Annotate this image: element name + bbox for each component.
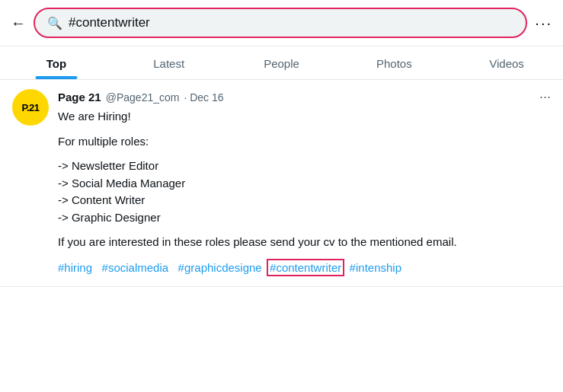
role-3: -> Content Writer [58,193,145,206]
tweet-roles: -> Newsletter Editor -> Social Media Man… [58,158,551,226]
tabs-bar: Top Latest People Photos Videos [0,46,563,80]
tab-latest[interactable]: Latest [113,46,226,79]
tweet-line1: We are Hiring! [58,108,551,126]
header: ← 🔍 ··· [0,0,563,46]
tweet-closing: If you are interested in these roles ple… [58,234,551,251]
tweet-item: P.21 Page 21 @Page21_com · Dec 16 ··· We… [0,80,563,287]
tweet-meta: Page 21 @Page21_com · Dec 16 ··· We are … [58,89,551,277]
role-2: -> Social Media Manager [58,177,185,190]
tab-top[interactable]: Top [0,46,113,79]
tweet-date: · Dec 16 [184,91,223,104]
hashtag-graphicdesigner[interactable]: #graphicdesigne [178,261,262,274]
author-handle: @Page21_com [106,91,180,104]
more-options-button[interactable]: ··· [535,14,552,32]
tab-videos[interactable]: Videos [450,46,563,79]
hashtag-hiring[interactable]: #hiring [58,261,92,274]
avatar: P.21 [12,89,49,126]
search-bar: 🔍 [34,8,527,38]
tab-photos[interactable]: Photos [337,46,450,79]
hashtag-socialmedia[interactable]: #socialmedia [102,261,169,274]
back-button[interactable]: ← [11,14,26,32]
role-4: -> Graphic Designer [58,211,161,224]
tweet-body: We are Hiring! For multiple roles: -> Ne… [58,108,551,277]
hashtag-contentwriter[interactable]: #contentwriter [268,260,343,275]
tweet-author-row: Page 21 @Page21_com · Dec 16 ··· [58,89,551,105]
hashtag-intenship[interactable]: #intenship [350,261,401,274]
author-info: Page 21 @Page21_com · Dec 16 [58,91,224,104]
search-icon: 🔍 [47,16,62,30]
tweet-header: P.21 Page 21 @Page21_com · Dec 16 ··· We… [12,89,551,277]
tweet-hashtags: #hiring #socialmedia #graphicdesigne #co… [58,259,551,277]
tab-people[interactable]: People [226,46,338,79]
author-name: Page 21 [58,91,101,104]
tweet-line2: For multiple roles: [58,133,551,151]
tweet-more-button[interactable]: ··· [539,89,551,105]
role-1: -> Newsletter Editor [58,159,158,172]
search-input[interactable] [69,15,513,30]
